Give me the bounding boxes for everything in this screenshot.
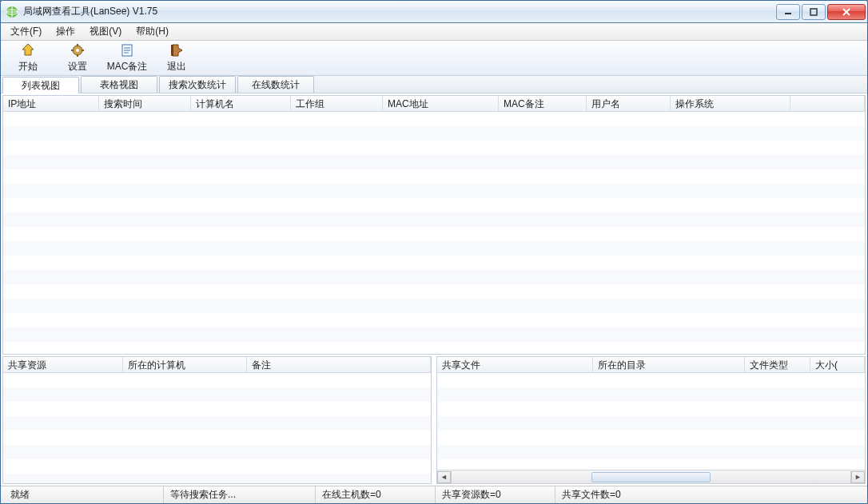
start-label: 开始: [18, 60, 38, 73]
scroll-right-button[interactable]: ►: [851, 471, 865, 483]
status-ready: 就绪: [4, 486, 164, 503]
scroll-track[interactable]: [451, 471, 851, 483]
main-list: IP地址 搜索时间 计算机名 工作组 MAC地址 MAC备注 用户名 操作系统: [2, 95, 866, 355]
col-share[interactable]: 共享资源: [3, 357, 123, 372]
start-button[interactable]: 开始: [4, 42, 52, 74]
col-mac-note[interactable]: MAC备注: [499, 96, 587, 111]
mac-note-button[interactable]: MAC备注: [103, 42, 151, 74]
settings-button[interactable]: 设置: [54, 42, 102, 74]
exit-label: 退出: [167, 60, 186, 73]
col-ip[interactable]: IP地址: [3, 96, 99, 111]
col-note[interactable]: 备注: [247, 357, 431, 372]
left-grid-body[interactable]: [3, 373, 431, 483]
close-button[interactable]: [827, 4, 866, 20]
tab-table-view[interactable]: 表格视图: [81, 76, 157, 93]
col-mac[interactable]: MAC地址: [383, 96, 499, 111]
gear-icon: [70, 42, 86, 58]
maximize-button[interactable]: [802, 4, 826, 20]
tab-online-stats[interactable]: 在线数统计: [237, 76, 314, 93]
note-icon: [119, 42, 135, 58]
col-search-time[interactable]: 搜索时间: [99, 96, 191, 111]
statusbar: 就绪 等待搜索任务... 在线主机数=0 共享资源数=0 共享文件数=0: [1, 486, 867, 503]
window-buttons: [776, 4, 866, 20]
col-host[interactable]: 所在的计算机: [123, 357, 247, 372]
exit-button[interactable]: 退出: [153, 42, 201, 74]
share-file-panel: 共享文件 所在的目录 文件类型 大小( ◄ ►: [436, 356, 866, 484]
scroll-thumb[interactable]: [591, 472, 711, 482]
menu-view[interactable]: 视图(V): [83, 23, 128, 40]
start-icon: [20, 42, 36, 58]
svg-rect-3: [810, 9, 817, 15]
scroll-left-button[interactable]: ◄: [437, 471, 451, 483]
right-grid-header: 共享文件 所在的目录 文件类型 大小(: [437, 357, 865, 373]
toolbar: 开始 设置 MAC备注 退出: [1, 41, 867, 76]
col-file[interactable]: 共享文件: [437, 357, 593, 372]
tab-search-stats[interactable]: 搜索次数统计: [159, 76, 236, 93]
bottom-panels: 共享资源 所在的计算机 备注 共享文件 所在的目录 文件类型 大小( ◄ ►: [2, 356, 866, 484]
col-size[interactable]: 大小(: [810, 357, 865, 372]
main-grid-header: IP地址 搜索时间 计算机名 工作组 MAC地址 MAC备注 用户名 操作系统: [3, 96, 865, 112]
right-grid-body[interactable]: [437, 373, 865, 470]
menubar: 文件(F) 操作 视图(V) 帮助(H): [1, 23, 867, 41]
col-os[interactable]: 操作系统: [671, 96, 790, 111]
window-title: 局域网查看工具(LanSee) V1.75: [23, 5, 776, 18]
svg-rect-10: [171, 45, 173, 56]
settings-label: 设置: [68, 60, 87, 73]
exit-icon: [169, 42, 185, 58]
col-hostname[interactable]: 计算机名: [191, 96, 291, 111]
minimize-button[interactable]: [776, 4, 800, 20]
h-scrollbar[interactable]: ◄ ►: [437, 470, 865, 483]
main-grid-body[interactable]: [3, 112, 865, 354]
menu-operate[interactable]: 操作: [50, 23, 82, 40]
svg-point-5: [76, 49, 79, 52]
app-window: 局域网查看工具(LanSee) V1.75 文件(F) 操作 视图(V) 帮助(…: [0, 0, 868, 504]
tab-bar: 列表视图 表格视图 搜索次数统计 在线数统计: [1, 76, 867, 93]
col-dir[interactable]: 所在的目录: [593, 357, 745, 372]
col-workgroup[interactable]: 工作组: [291, 96, 383, 111]
col-spacer: [790, 96, 865, 111]
tab-list-view[interactable]: 列表视图: [2, 77, 79, 93]
app-icon: [6, 6, 18, 18]
status-share-res: 共享资源数=0: [436, 486, 555, 503]
mac-note-label: MAC备注: [107, 60, 148, 73]
col-type[interactable]: 文件类型: [745, 357, 810, 372]
status-online: 在线主机数=0: [316, 486, 436, 503]
left-grid-header: 共享资源 所在的计算机 备注: [3, 357, 431, 373]
status-wait: 等待搜索任务...: [164, 486, 316, 503]
menu-file[interactable]: 文件(F): [4, 23, 48, 40]
titlebar[interactable]: 局域网查看工具(LanSee) V1.75: [1, 1, 867, 23]
status-share-files: 共享文件数=0: [555, 486, 864, 503]
share-resource-panel: 共享资源 所在的计算机 备注: [2, 356, 432, 484]
col-user[interactable]: 用户名: [587, 96, 671, 111]
menu-help[interactable]: 帮助(H): [129, 23, 175, 40]
